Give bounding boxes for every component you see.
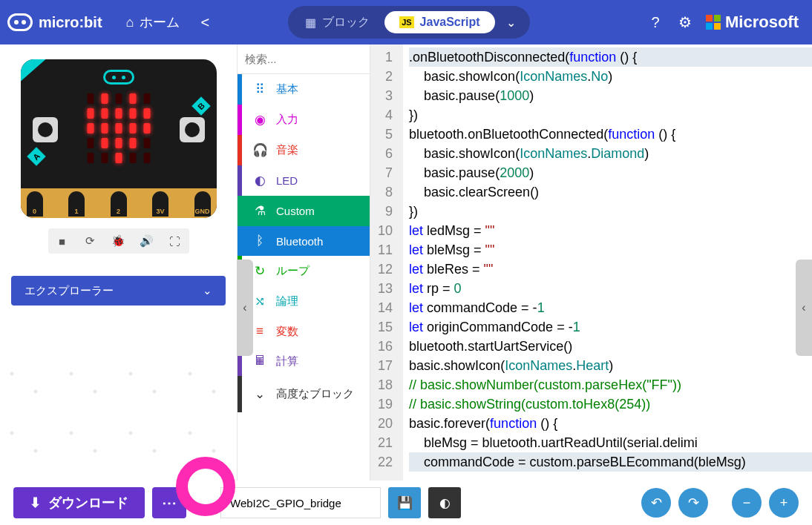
code-line[interactable]: basic.showIcon(IconNames.No) [409,67,812,86]
save-button[interactable]: 💾 [388,487,421,518]
code-line[interactable]: let ledMsg = "" [409,221,812,240]
bluetooth-icon: ᛒ [252,234,267,248]
mode-js-label: JavaScript [420,16,480,29]
logo-text: micro:bit [39,14,102,31]
category-loops[interactable]: ↻ループ [238,256,370,286]
code-line[interactable]: bluetooth.onBluetoothConnected(function … [409,125,812,144]
category-advanced[interactable]: ⌄高度なブロック [238,376,370,412]
pin-1[interactable]: 1 [68,191,85,217]
sim-audio-button[interactable]: 🔊 [133,228,161,254]
explorer-label: エクスプローラー [24,284,114,298]
line-number: 6 [378,144,393,163]
category-label: 変数 [276,325,298,339]
line-number: 10 [378,221,393,240]
code-line[interactable]: let rp = 0 [409,279,812,298]
category-bluetooth[interactable]: ᛒBluetooth [238,226,370,256]
redo-button[interactable]: ↷ [678,488,708,518]
code-line[interactable]: let bleMsg = "" [409,240,812,260]
category-music[interactable]: 🎧音楽 [238,135,370,165]
code-line[interactable]: let commandCode = -1 [409,298,812,317]
sim-stop-button[interactable]: ■ [48,228,76,254]
edge-connector: 0123VGND [21,188,217,218]
label-b: B [191,96,210,115]
code-line[interactable]: basic.pause(1000) [409,86,812,105]
category-variables[interactable]: ≡変数 [238,317,370,346]
code-editor[interactable]: 12345678910111213141516171819202122 .onB… [370,44,812,481]
code-line[interactable]: bluetooth.startUartService() [409,337,812,356]
code-area[interactable]: .onBluetoothDisconnected(function () { b… [403,44,812,481]
code-line[interactable]: // basic.showNumber(custom.parseHex("FF"… [409,375,812,394]
label-a: A [27,147,45,165]
mode-dropdown[interactable]: ⌄ [495,16,528,30]
zoom-out-button[interactable]: − [732,488,762,518]
mode-blocks-button[interactable]: ▦ ブロック [290,10,384,35]
code-line[interactable]: basic.showIcon(IconNames.Heart) [409,356,812,375]
board-face-icon [103,70,134,85]
undo-button[interactable]: ↶ [641,488,671,518]
code-line[interactable]: basic.showIcon(IconNames.Diamond) [409,144,812,163]
microbit-board[interactable]: A B 0123VGND [21,59,217,218]
share-icon: < [200,14,209,30]
help-icon: ? [651,14,659,30]
button-b[interactable] [180,117,205,142]
zoom-in-button[interactable]: + [769,488,799,518]
github-button[interactable]: ◐ [428,487,461,518]
category-custom[interactable]: ⚗Custom [238,196,370,226]
line-number: 22 [378,452,393,472]
code-line[interactable]: basic.clearScreen() [409,182,812,202]
category-led[interactable]: ◐LED [238,165,370,196]
code-line[interactable]: }) [409,105,812,125]
background-decoration [0,356,237,481]
search-input[interactable] [245,53,386,65]
ms-label: Microsoft [725,13,799,32]
project-name-input[interactable] [220,487,381,518]
category-logic[interactable]: ⤭論理 [238,286,370,317]
code-line[interactable]: commandCode = custom.parseBLEcommand(ble… [409,452,812,472]
target-icon: ◉ [252,112,267,128]
microsoft-logo[interactable]: Microsoft [706,13,799,32]
code-line[interactable]: }) [409,202,812,221]
category-label: 基本 [276,82,298,96]
pin-0[interactable]: 0 [27,191,43,217]
sim-fullscreen-button[interactable]: ⛶ [161,228,189,254]
pin-GND[interactable]: GND [194,191,211,217]
code-line[interactable]: basic.forever(function () { [409,414,812,433]
flask-icon: ⚗ [252,203,267,219]
gear-icon: ⚙ [678,14,692,30]
code-line[interactable]: // basic.showString(custom.toHex8(254)) [409,394,812,414]
button-a[interactable] [33,117,58,142]
code-line[interactable]: let bleRes = "" [409,260,812,279]
sim-restart-button[interactable]: ⟳ [76,228,105,254]
mode-js-button[interactable]: JS JavaScript [384,11,494,33]
category-input[interactable]: ◉入力 [238,105,370,135]
download-more-button[interactable]: ⋯ [152,487,186,518]
code-line[interactable]: let originCommandCode = -1 [409,317,812,337]
settings-button[interactable]: ⚙ [670,13,700,31]
download-icon: ⬇ [30,495,41,511]
share-button[interactable]: < [189,10,221,36]
help-button[interactable]: ? [641,14,670,31]
collapse-simulator-button[interactable]: ‹ [237,260,253,356]
explorer-toggle[interactable]: エクスプローラー ⌄ [11,276,226,306]
category-math[interactable]: 🖩計算 [238,346,370,376]
category-label: Bluetooth [276,235,323,248]
category-basic[interactable]: ⠿基本 [238,74,370,105]
category-label: ループ [276,264,310,278]
category-label: LED [276,174,298,187]
line-gutter: 12345678910111213141516171819202122 [370,44,403,481]
pin-2[interactable]: 2 [111,191,127,217]
mode-blocks-label: ブロック [322,15,370,30]
category-label: 計算 [276,354,298,369]
sim-debug-button[interactable]: 🐞 [105,228,133,254]
download-button[interactable]: ⬇ ダウンロード [13,487,145,518]
logo[interactable]: micro:bit [7,13,102,31]
line-number: 16 [378,337,393,356]
code-line[interactable]: bleMsg = bluetooth.uartReadUntil(serial.… [409,433,812,452]
collapse-right-button[interactable]: ‹ [796,260,812,356]
code-line[interactable]: basic.pause(2000) [409,163,812,182]
code-line[interactable]: .onBluetoothDisconnected(function () { [409,47,812,67]
redo-icon: ↷ [688,495,699,510]
pin-3V[interactable]: 3V [152,191,168,217]
category-label: 高度なブロック [276,387,354,401]
home-button[interactable]: ⌂ ホーム [117,9,189,36]
